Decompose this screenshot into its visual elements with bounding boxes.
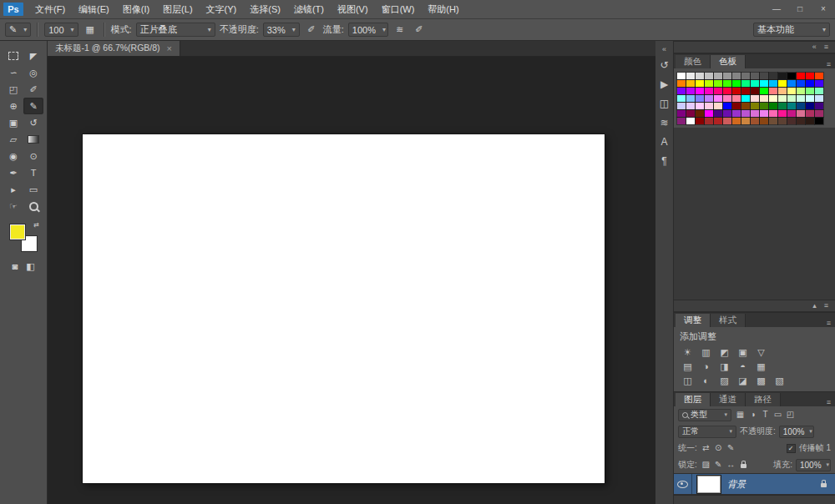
color-swatch[interactable]	[797, 103, 805, 109]
threshold-icon[interactable]: ◪	[736, 375, 750, 386]
color-swatch[interactable]	[732, 103, 741, 109]
color-swatch[interactable]	[787, 73, 796, 79]
pressure-size-icon[interactable]: ✐	[412, 23, 427, 37]
quick-mask-icon[interactable]: ◙	[12, 261, 18, 272]
opacity-select[interactable]: 33%	[263, 23, 300, 37]
color-swatch[interactable]	[696, 110, 704, 117]
tool-quick-selection[interactable]: ◎	[23, 64, 43, 81]
color-swatch[interactable]	[778, 103, 787, 109]
menu-item[interactable]: 图层(L)	[156, 0, 199, 18]
layer-filter-dropdown[interactable]: 类型	[678, 409, 731, 421]
menu-item[interactable]: 选择(S)	[243, 0, 287, 18]
color-swatch[interactable]	[723, 110, 731, 117]
fill-dropdown[interactable]: 100%	[796, 459, 831, 471]
color-swatch[interactable]	[806, 110, 814, 117]
tool-blur[interactable]: ◉	[3, 148, 23, 164]
tool-preset-picker[interactable]: ✎	[5, 23, 31, 37]
color-swatch[interactable]	[723, 80, 731, 87]
tool-lasso[interactable]: ∽	[3, 64, 23, 81]
color-swatch[interactable]	[705, 103, 713, 109]
lock-all[interactable]	[738, 461, 749, 470]
color-swatch[interactable]	[705, 73, 713, 79]
color-swatch[interactable]	[714, 73, 722, 79]
panel-tab[interactable]: 调整	[676, 314, 711, 327]
tool-zoom[interactable]	[23, 198, 43, 214]
layer-thumbnail[interactable]	[697, 476, 721, 493]
properties-panel-icon[interactable]: ◫	[656, 93, 673, 113]
color-swatch[interactable]	[806, 73, 814, 79]
paragraph-panel-icon[interactable]: ¶	[656, 151, 673, 170]
filter-shape-layers[interactable]: ▭	[772, 411, 783, 419]
channel-mixer-icon[interactable]: ▦	[754, 360, 768, 372]
color-swatch[interactable]	[677, 110, 686, 117]
group-menu-icon[interactable]: ≡	[824, 302, 828, 310]
black-white-icon[interactable]: ◨	[717, 360, 731, 372]
color-swatch[interactable]	[714, 95, 722, 102]
color-swatch[interactable]	[696, 73, 704, 79]
filter-adjustment-layers[interactable]: ◑	[747, 411, 758, 419]
color-swatch[interactable]	[723, 88, 731, 94]
color-swatch[interactable]	[760, 110, 768, 117]
color-swatch[interactable]	[815, 88, 823, 94]
hue-saturation-icon[interactable]: ▤	[681, 360, 695, 372]
color-swatch[interactable]	[732, 118, 741, 124]
color-swatch[interactable]	[705, 95, 713, 102]
color-swatch[interactable]	[806, 103, 814, 109]
color-balance-icon[interactable]: ◑	[699, 360, 713, 372]
color-swatch[interactable]	[705, 80, 713, 87]
tool-spot-healing[interactable]: ⊕	[3, 98, 23, 114]
color-swatch[interactable]	[806, 95, 814, 102]
vibrance-icon[interactable]: ▽	[754, 346, 768, 358]
tool-rectangle-shape[interactable]: ▭	[23, 181, 43, 198]
workspace-switcher[interactable]: 基本功能	[753, 23, 830, 37]
airbrush-icon[interactable]: ≋	[392, 23, 407, 37]
curves-icon[interactable]: ◩	[717, 346, 731, 358]
color-swatch[interactable]	[714, 80, 722, 87]
color-swatch[interactable]	[686, 95, 695, 102]
brush-panel-toggle-icon[interactable]: ▦	[83, 23, 98, 37]
tool-crop[interactable]: ◰	[3, 81, 23, 98]
photo-filter-icon[interactable]: ◓	[736, 360, 750, 372]
document-tab[interactable]: 未标题-1 @ 66.7%(RGB/8) ×	[48, 41, 180, 56]
tab-close-icon[interactable]: ×	[167, 43, 172, 53]
color-swatch[interactable]	[778, 110, 787, 117]
selective-color-icon[interactable]: ▧	[772, 375, 787, 386]
color-swatch[interactable]	[787, 95, 796, 102]
color-swatch[interactable]	[760, 118, 768, 124]
menu-item[interactable]: 视图(V)	[331, 0, 375, 18]
clone-source-panel-icon[interactable]: ≋	[656, 113, 673, 132]
menu-item[interactable]: 文件(F)	[28, 0, 72, 18]
flow-select[interactable]: 100%	[348, 23, 388, 37]
color-swatch[interactable]	[769, 73, 777, 79]
document-canvas[interactable]	[83, 134, 605, 483]
color-swatch[interactable]	[751, 88, 759, 94]
menu-item[interactable]: 窗口(W)	[375, 0, 422, 18]
exposure-icon[interactable]: ▣	[736, 346, 750, 358]
color-swatch[interactable]	[751, 95, 759, 102]
character-panel-icon[interactable]: A	[656, 132, 673, 151]
panel-menu-icon[interactable]: ≡	[827, 60, 831, 68]
color-swatch[interactable]	[741, 73, 750, 79]
blend-mode-select[interactable]: 正片叠底	[136, 23, 215, 37]
color-swatch[interactable]	[797, 88, 805, 94]
color-swatch[interactable]	[741, 80, 750, 87]
color-swatch[interactable]	[677, 73, 686, 79]
color-swatch[interactable]	[741, 118, 750, 124]
color-swatch[interactable]	[769, 95, 777, 102]
color-swatch[interactable]	[741, 103, 750, 109]
gradient-map-icon[interactable]: ▩	[754, 375, 768, 386]
color-swatch[interactable]	[677, 88, 686, 94]
color-swatch[interactable]	[760, 103, 768, 109]
brush-size-picker[interactable]: 100	[44, 23, 78, 37]
color-swatch[interactable]	[696, 103, 704, 109]
tool-hand[interactable]: ☞	[3, 198, 23, 214]
color-swatch[interactable]	[686, 80, 695, 87]
color-swatch[interactable]	[696, 80, 704, 87]
color-swatch[interactable]	[723, 103, 731, 109]
color-swatch[interactable]	[806, 80, 814, 87]
color-swatch[interactable]	[760, 95, 768, 102]
color-swatch[interactable]	[797, 80, 805, 87]
panel-tab[interactable]: 色板	[711, 55, 746, 68]
color-swatch[interactable]	[787, 88, 796, 94]
color-swatch[interactable]	[806, 118, 814, 124]
